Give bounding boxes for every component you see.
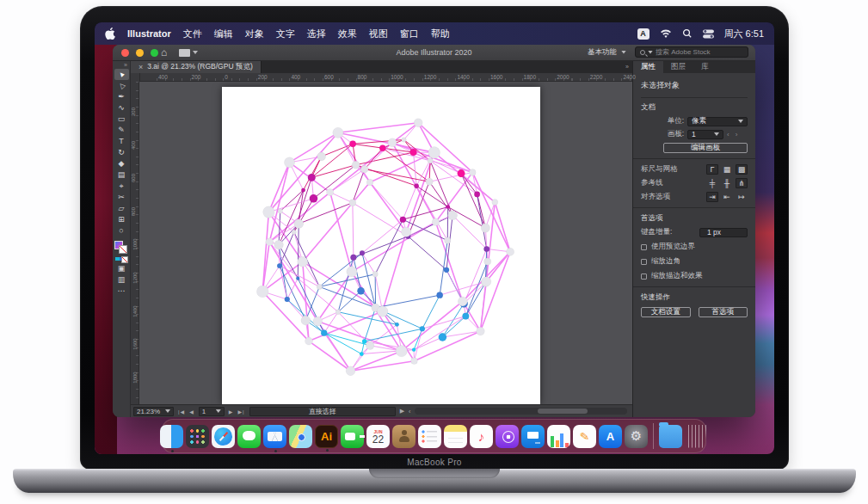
checkbox-0[interactable] <box>641 244 647 250</box>
stroke-color-swatch[interactable] <box>119 245 127 254</box>
next-artboard-button[interactable]: ▶ <box>229 409 234 415</box>
first-artboard-button[interactable]: |◀ <box>178 409 185 415</box>
status-collapse-icon[interactable]: ‹ <box>409 409 410 415</box>
zoom-tool[interactable]: ○ <box>114 225 129 237</box>
dock-trash-icon[interactable] <box>685 425 708 448</box>
menu-item-5[interactable]: 效果 <box>338 28 357 40</box>
units-select[interactable]: 像素 <box>687 117 748 126</box>
transparency-grid-icon[interactable]: ▩ <box>736 164 748 175</box>
fill-stroke-swatches[interactable] <box>114 240 128 255</box>
minimize-window-button[interactable] <box>136 49 144 57</box>
apple-menu-icon[interactable] <box>105 28 115 40</box>
artboard-select[interactable]: 1 <box>687 130 723 139</box>
selection-tool[interactable]: ▲ <box>114 69 129 80</box>
dock-downloads-folder-icon[interactable] <box>659 425 682 448</box>
grid-icon[interactable]: ▦ <box>721 164 733 175</box>
artboard-tool[interactable]: ⊞ <box>114 214 129 225</box>
rotate-tool[interactable]: ↻ <box>114 147 129 158</box>
pasteboard[interactable] <box>139 82 632 404</box>
menu-item-2[interactable]: 对象 <box>245 28 264 40</box>
type-tool[interactable]: T <box>114 136 129 147</box>
scrollbar-thumb[interactable] <box>538 409 588 414</box>
snap-to-pixel-icon[interactable]: ⇤ <box>721 192 733 202</box>
shape-builder-tool[interactable]: ◆ <box>114 158 129 169</box>
artboard-next-icon[interactable]: › <box>736 131 741 138</box>
color-mode-strip[interactable] <box>115 257 127 261</box>
zoom-window-button[interactable] <box>151 49 158 57</box>
keyboard-increment-input[interactable]: 1 px <box>699 228 748 237</box>
arrange-documents-icon[interactable] <box>179 49 190 57</box>
menu-item-8[interactable]: 帮助 <box>431 28 450 40</box>
paintbrush-tool[interactable]: ✎ <box>114 125 129 136</box>
panel-tab-0[interactable]: 属性 <box>633 61 663 73</box>
corner-ruler-icon[interactable]: Γ <box>706 164 718 175</box>
direct-selection-tool[interactable]: △ <box>114 80 129 91</box>
dock-maps-icon[interactable] <box>289 425 312 448</box>
menu-item-3[interactable]: 文字 <box>276 28 295 40</box>
curvature-tool[interactable]: ∿ <box>114 102 129 114</box>
menu-clock[interactable]: 周六 6:51 <box>724 28 764 40</box>
menu-item-4[interactable]: 选择 <box>307 28 326 40</box>
dock-mail-icon[interactable] <box>263 425 286 448</box>
control-center-icon[interactable] <box>703 29 714 39</box>
current-tool-indicator[interactable]: 直接选择 <box>249 407 396 416</box>
input-source-icon[interactable]: A <box>637 28 649 40</box>
panel-tab-2[interactable]: 库 <box>693 61 717 73</box>
snap-to-grid-icon[interactable]: ⇥ <box>706 192 718 202</box>
drawing-mode-button[interactable]: ▣ <box>114 263 129 274</box>
artboard-prev-icon[interactable]: ‹ <box>727 131 732 138</box>
dock-music-icon[interactable]: ♪ <box>470 425 493 448</box>
show-guides-icon[interactable]: ╪ <box>706 178 718 188</box>
dock-podcasts-icon[interactable] <box>496 425 519 448</box>
free-transform-tool[interactable]: ▱ <box>114 203 129 214</box>
last-artboard-button[interactable]: ▶| <box>237 409 244 415</box>
dock-safari-icon[interactable] <box>212 425 235 448</box>
spotlight-icon[interactable] <box>682 28 693 39</box>
menu-item-7[interactable]: 窗口 <box>400 28 419 40</box>
dock-facetime-icon[interactable] <box>341 425 364 448</box>
home-icon[interactable]: ⌂ <box>161 46 167 60</box>
menu-item-6[interactable]: 视图 <box>369 28 388 40</box>
dock-reminders-icon[interactable] <box>418 425 441 448</box>
snap-to-point-icon[interactable]: ↦ <box>736 192 748 202</box>
dock-calendar-icon[interactable]: JUN22 <box>366 425 390 448</box>
close-window-button[interactable] <box>121 49 129 57</box>
edit-artboard-button[interactable]: 编辑画板 <box>663 143 748 153</box>
dock-illustrator-icon[interactable]: Ai <box>315 425 338 448</box>
wifi-icon[interactable] <box>660 29 672 39</box>
tab-overflow-icon[interactable]: » <box>625 64 629 70</box>
edit-toolbar-button[interactable]: ⋯ <box>114 286 129 297</box>
document-tab[interactable]: × 3.ai @ 21.23% (RGB/GPU 预览) <box>131 61 262 73</box>
scissors-tool[interactable]: ✂ <box>114 192 129 203</box>
quick-action-button-1[interactable]: 首选项 <box>699 307 748 317</box>
artboard-navigation-select[interactable]: 1 <box>199 407 225 416</box>
dock-finder-icon[interactable] <box>160 425 183 448</box>
stock-search-input[interactable]: 搜索 Adobe Stock <box>635 46 748 58</box>
dock-appstore-icon[interactable]: A <box>599 425 622 448</box>
smart-guides-icon[interactable]: ⋔ <box>736 178 748 188</box>
checkbox-1[interactable] <box>641 259 647 265</box>
workspace-switcher[interactable]: 基本功能 <box>588 47 626 58</box>
dock-keynote-icon[interactable] <box>521 425 545 448</box>
rectangle-tool[interactable]: ▭ <box>114 114 129 125</box>
dock-pages-icon[interactable]: ✎ <box>573 425 596 448</box>
dock-notes-icon[interactable] <box>444 425 467 448</box>
checkbox-2[interactable] <box>641 274 647 280</box>
menu-app-name[interactable]: Illustrator <box>127 28 171 39</box>
horizontal-ruler[interactable]: 4002000200400600800100012001400160018002… <box>131 73 632 82</box>
dock-messages-icon[interactable] <box>237 425 261 448</box>
horizontal-scrollbar[interactable] <box>415 408 627 415</box>
menu-item-1[interactable]: 编辑 <box>214 28 233 40</box>
quick-action-button-0[interactable]: 文档设置 <box>641 307 691 317</box>
gradient-tool[interactable]: ▤ <box>114 169 129 181</box>
previous-artboard-button[interactable]: ◀ <box>189 409 194 415</box>
pen-tool[interactable]: ✒ <box>114 91 129 102</box>
panel-tab-1[interactable]: 图层 <box>663 61 693 73</box>
eyedropper-tool[interactable]: ⌖ <box>114 181 129 192</box>
vertical-ruler[interactable]: 20040060080010001200140016001800 <box>131 82 139 404</box>
close-tab-icon[interactable]: × <box>139 63 143 71</box>
zoom-level-select[interactable]: 21.23% <box>133 407 174 416</box>
dock-settings-icon[interactable]: ⚙ <box>625 425 648 448</box>
toolbar-collapse-icon[interactable]: » <box>124 62 127 69</box>
menu-item-0[interactable]: 文件 <box>183 28 202 40</box>
